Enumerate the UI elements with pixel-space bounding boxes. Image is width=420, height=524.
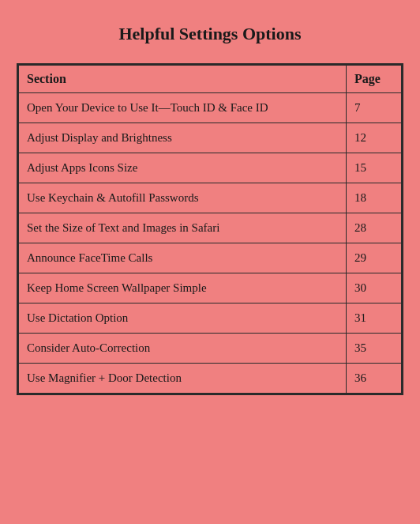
table-row: Announce FaceTime Calls29: [19, 243, 402, 273]
table-cell-section: Use Dictation Option: [19, 303, 347, 334]
table-cell-section: Use Magnifier + Door Detection: [19, 364, 347, 394]
table-cell-section: Announce FaceTime Calls: [19, 243, 347, 273]
table-cell-section: Consider Auto-Correction: [19, 334, 347, 364]
table-cell-section: Set the Size of Text and Images in Safar…: [19, 213, 347, 243]
table-row: Adjust Display and Brightness12: [19, 123, 402, 153]
table-cell-page: 29: [347, 243, 402, 273]
table-cell-page: 18: [347, 183, 402, 213]
table-cell-page: 31: [347, 303, 402, 334]
table-cell-section: Use Keychain & Autofill Passwords: [19, 183, 347, 213]
table-cell-page: 28: [347, 213, 402, 243]
column-header-section: Section: [19, 66, 347, 93]
table-cell-page: 35: [347, 334, 402, 364]
table-cell-page: 12: [347, 123, 402, 153]
table-row: Adjust Apps Icons Size15: [19, 153, 402, 183]
settings-table-container: Section Page Open Your Device to Use It—…: [17, 63, 403, 395]
table-row: Use Dictation Option31: [19, 303, 402, 334]
table-cell-section: Adjust Display and Brightness: [19, 123, 347, 153]
table-row: Use Magnifier + Door Detection36: [19, 364, 402, 394]
settings-table: Section Page Open Your Device to Use It—…: [18, 65, 402, 394]
table-header-row: Section Page: [19, 66, 402, 93]
table-cell-page: 7: [347, 93, 402, 123]
table-cell-page: 15: [347, 153, 402, 183]
table-cell-section: Keep Home Screen Wallpaper Simple: [19, 273, 347, 303]
table-row: Open Your Device to Use It—Touch ID & Fa…: [19, 93, 402, 123]
table-row: Keep Home Screen Wallpaper Simple30: [19, 273, 402, 303]
table-row: Consider Auto-Correction35: [19, 334, 402, 364]
table-cell-section: Adjust Apps Icons Size: [19, 153, 347, 183]
table-cell-section: Open Your Device to Use It—Touch ID & Fa…: [19, 93, 347, 123]
table-row: Use Keychain & Autofill Passwords18: [19, 183, 402, 213]
column-header-page: Page: [347, 66, 402, 93]
table-row: Set the Size of Text and Images in Safar…: [19, 213, 402, 243]
table-cell-page: 30: [347, 273, 402, 303]
table-cell-page: 36: [347, 364, 402, 394]
page-title: Helpful Settings Options: [118, 24, 301, 44]
